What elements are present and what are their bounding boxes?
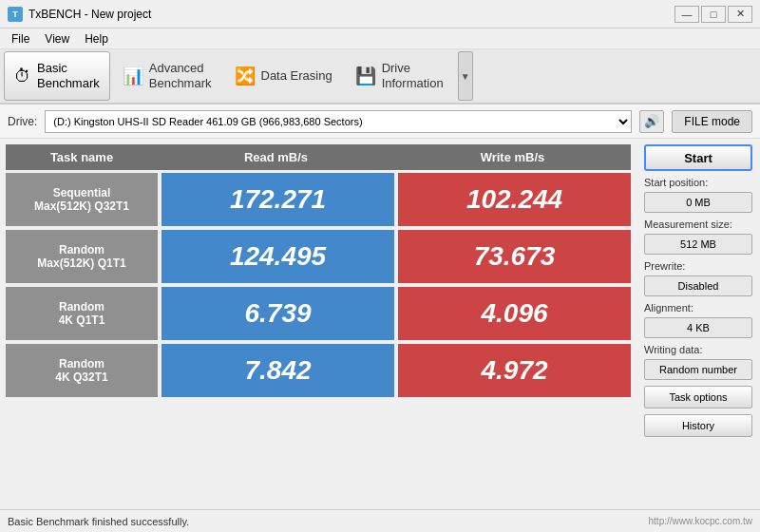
prewrite-value: Disabled — [644, 276, 752, 296]
basic-benchmark-label: BasicBenchmark — [37, 61, 100, 90]
read-value-sequential: 172.271 — [162, 173, 394, 226]
title-bar-left: T TxBENCH - New project — [8, 7, 151, 22]
status-message: Basic Benchmark finished successfully. — [8, 516, 189, 527]
tab-basic-benchmark[interactable]: ⏱ BasicBenchmark — [4, 51, 110, 101]
read-value-random-512k: 124.495 — [162, 230, 394, 283]
app-icon: T — [8, 7, 23, 22]
prewrite-label: Prewrite: — [644, 260, 752, 272]
write-value-random-4k-q32: 4.972 — [398, 344, 631, 397]
table-row: Random4K Q1T1 6.739 4.096 — [6, 287, 631, 340]
advanced-benchmark-icon: 📊 — [123, 66, 143, 86]
write-value-random-512k: 73.673 — [398, 230, 631, 283]
alignment-label: Alignment: — [644, 302, 752, 314]
drive-select[interactable]: (D:) Kingston UHS-II SD Reader 461.09 GB… — [45, 110, 632, 133]
drive-label: Drive: — [8, 115, 37, 128]
advanced-benchmark-label: AdvancedBenchmark — [149, 61, 212, 90]
table-row: SequentialMax(512K) Q32T1 172.271 102.24… — [6, 173, 631, 226]
app-title: TxBENCH - New project — [28, 8, 151, 21]
col-read: Read mB/s — [158, 144, 394, 170]
basic-benchmark-icon: ⏱ — [14, 66, 31, 86]
status-bar: Basic Benchmark finished successfully. h… — [0, 509, 760, 532]
results-area: Task name Read mB/s Write mB/s Sequentia… — [0, 139, 636, 509]
writing-data-label: Writing data: — [644, 344, 752, 355]
title-bar: T TxBENCH - New project — □ ✕ — [0, 0, 760, 28]
tab-drive-information[interactable]: 💾 DriveInformation — [345, 51, 454, 101]
drive-refresh-button[interactable]: 🔊 — [639, 110, 664, 133]
alignment-value: 4 KB — [644, 317, 752, 338]
drive-bar: Drive: (D:) Kingston UHS-II SD Reader 46… — [0, 104, 760, 139]
measurement-size-label: Measurement size: — [644, 218, 752, 230]
menu-view[interactable]: View — [37, 30, 77, 48]
watermark: http://www.kocpc.com.tw — [649, 516, 752, 526]
file-mode-button[interactable]: FILE mode — [672, 110, 752, 133]
table-row: RandomMax(512K) Q1T1 124.495 73.673 — [6, 230, 631, 283]
menu-bar: File View Help — [0, 28, 760, 49]
maximize-button[interactable]: □ — [701, 6, 726, 23]
write-value-random-4k-q1: 4.096 — [398, 287, 631, 340]
table-header: Task name Read mB/s Write mB/s — [6, 144, 631, 170]
task-name-random-4k-q1: Random4K Q1T1 — [6, 287, 158, 340]
writing-data-value: Random number — [644, 359, 752, 380]
task-name-sequential: SequentialMax(512K) Q32T1 — [6, 173, 158, 226]
start-position-value: 0 MB — [644, 192, 752, 213]
task-name-random-4k-q32: Random4K Q32T1 — [6, 344, 158, 397]
read-value-random-4k-q32: 7.842 — [162, 344, 394, 397]
main-content: Task name Read mB/s Write mB/s Sequentia… — [0, 139, 760, 509]
minimize-button[interactable]: — — [674, 6, 699, 23]
window-controls: — □ ✕ — [674, 6, 752, 23]
menu-file[interactable]: File — [4, 30, 37, 48]
task-name-random-512k: RandomMax(512K) Q1T1 — [6, 230, 158, 283]
task-options-button[interactable]: Task options — [644, 386, 752, 408]
data-erasing-icon: 🔀 — [235, 66, 256, 86]
toolbar: ⏱ BasicBenchmark 📊 AdvancedBenchmark 🔀 D… — [0, 49, 760, 104]
start-button[interactable]: Start — [644, 144, 752, 171]
right-panel: Start Start position: 0 MB Measurement s… — [636, 139, 760, 509]
read-value-random-4k-q1: 6.739 — [162, 287, 394, 340]
toolbar-dropdown[interactable]: ▼ — [458, 51, 473, 101]
history-button[interactable]: History — [644, 414, 752, 437]
data-erasing-label: Data Erasing — [261, 68, 332, 84]
measurement-size-value: 512 MB — [644, 234, 752, 255]
drive-information-label: DriveInformation — [382, 61, 444, 90]
write-value-sequential: 102.244 — [398, 173, 631, 226]
start-position-label: Start position: — [644, 177, 752, 188]
col-task-name: Task name — [6, 144, 158, 170]
drive-information-icon: 💾 — [355, 66, 376, 86]
table-row: Random4K Q32T1 7.842 4.972 — [6, 344, 631, 397]
tab-advanced-benchmark[interactable]: 📊 AdvancedBenchmark — [112, 51, 222, 101]
menu-help[interactable]: Help — [77, 30, 116, 48]
close-button[interactable]: ✕ — [728, 6, 752, 23]
tab-data-erasing[interactable]: 🔀 Data Erasing — [224, 51, 343, 101]
col-write: Write mB/s — [394, 144, 631, 170]
